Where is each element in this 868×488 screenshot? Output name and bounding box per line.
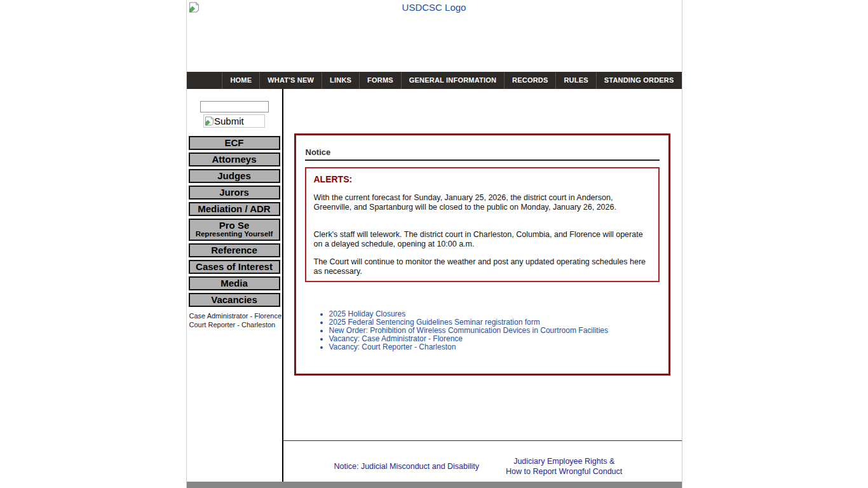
sidebar-item-ecf[interactable]: ECF xyxy=(189,136,280,150)
site-header: USDCSC Logo xyxy=(187,0,682,72)
main-nav: HOME WHAT'S NEW LINKS FORMS GENERAL INFO… xyxy=(187,72,682,89)
sidebar-item-judges[interactable]: Judges xyxy=(189,169,280,183)
sidebar: Submit ECF Attorneys Judges Jurors Media… xyxy=(187,89,283,482)
sidebar-item-vacancies[interactable]: Vacancies xyxy=(189,293,280,307)
vacancy-notes: Case Administrator - Florence Court Repo… xyxy=(187,309,282,329)
sidebar-item-pro-se[interactable]: Pro Se Representing Yourself xyxy=(189,219,280,241)
alert-paragraph: With the current forecast for Sunday, Ja… xyxy=(314,193,651,212)
sidebar-item-mediation-adr[interactable]: Mediation / ADR xyxy=(189,202,280,216)
notice-link-list: 2025 Holiday Closures 2025 Federal Sente… xyxy=(305,310,660,351)
sidebar-item-jurors[interactable]: Jurors xyxy=(189,186,280,200)
pro-se-sublabel: Representing Yourself xyxy=(190,230,279,240)
broken-image-icon xyxy=(189,2,200,13)
nav-item-general-information[interactable]: GENERAL INFORMATION xyxy=(401,72,504,89)
alert-paragraph: Clerk's staff will telework. The distric… xyxy=(314,230,651,249)
search-form: Submit xyxy=(187,89,282,128)
vacancy-note-florence: Case Administrator - Florence xyxy=(189,312,282,321)
footer: Notice: Judicial Misconduct and Disabili… xyxy=(283,441,682,477)
footer-link-employee-rights-line2: How to Report Wrongful Conduct xyxy=(506,467,622,476)
link-sentencing-seminar[interactable]: 2025 Federal Sentencing Guidelines Semin… xyxy=(329,318,540,327)
nav-item-standing-orders[interactable]: STANDING ORDERS xyxy=(596,72,682,89)
footer-link-judicial-misconduct[interactable]: Notice: Judicial Misconduct and Disabili… xyxy=(334,462,480,471)
notice-title: Notice xyxy=(305,144,660,161)
main-column: Notice ALERTS: With the current forecast… xyxy=(283,89,682,482)
alerts-heading: ALERTS: xyxy=(314,175,651,184)
alerts-box: ALERTS: With the current forecast for Su… xyxy=(305,167,660,282)
nav-item-whats-new[interactable]: WHAT'S NEW xyxy=(259,72,322,89)
broken-image-icon xyxy=(205,116,214,126)
pro-se-label: Pro Se xyxy=(219,220,250,231)
submit-button[interactable]: Submit xyxy=(203,114,265,128)
sidebar-item-reference[interactable]: Reference xyxy=(189,243,280,257)
sidebar-menu: ECF Attorneys Judges Jurors Mediation / … xyxy=(187,136,282,307)
vacancy-note-charleston: Court Reporter - Charleston xyxy=(189,321,282,330)
notice-box: Notice ALERTS: With the current forecast… xyxy=(294,133,670,376)
list-item: Vacancy: Court Reporter - Charleston xyxy=(329,343,660,351)
nav-item-forms[interactable]: FORMS xyxy=(359,72,401,89)
sidebar-item-media[interactable]: Media xyxy=(189,276,280,290)
logo-alt-text: USDCSC Logo xyxy=(187,0,682,13)
submit-label: Submit xyxy=(214,116,244,126)
footer-link-employee-rights-line1: Judiciary Employee Rights & xyxy=(513,457,614,466)
content-row: Submit ECF Attorneys Judges Jurors Media… xyxy=(187,89,682,482)
sidebar-item-attorneys[interactable]: Attorneys xyxy=(189,152,280,166)
link-vacancy-case-administrator[interactable]: Vacancy: Case Administrator - Florence xyxy=(329,334,463,343)
link-vacancy-court-reporter[interactable]: Vacancy: Court Reporter - Charleston xyxy=(329,342,456,351)
bottom-bar xyxy=(187,482,682,488)
link-holiday-closures[interactable]: 2025 Holiday Closures xyxy=(329,309,406,318)
nav-item-rules[interactable]: RULES xyxy=(555,72,595,89)
nav-item-records[interactable]: RECORDS xyxy=(504,72,555,89)
footer-link-employee-rights[interactable]: Judiciary Employee Rights & How to Repor… xyxy=(506,456,622,477)
page-container: USDCSC Logo HOME WHAT'S NEW LINKS FORMS … xyxy=(186,0,682,488)
alert-paragraph: The Court will continue to monitor the w… xyxy=(314,257,651,276)
nav-item-home[interactable]: HOME xyxy=(222,72,259,89)
link-wireless-order[interactable]: New Order: Prohibition of Wireless Commu… xyxy=(329,326,608,335)
nav-item-links[interactable]: LINKS xyxy=(322,72,359,89)
search-input[interactable] xyxy=(200,101,269,112)
sidebar-item-cases-of-interest[interactable]: Cases of Interest xyxy=(189,260,280,274)
